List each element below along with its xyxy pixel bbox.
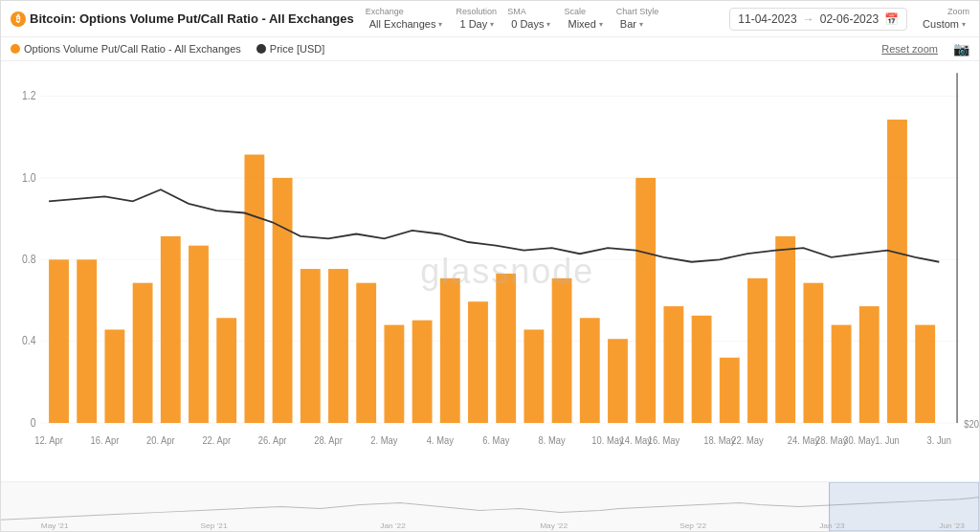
zoom-control: Zoom Custom ▾ (919, 7, 969, 31)
svg-text:16. May: 16. May (648, 434, 680, 446)
svg-text:$20k: $20k (964, 418, 979, 430)
svg-text:1. Jun: 1. Jun (875, 434, 900, 446)
legend-black-dot (256, 44, 266, 54)
svg-text:26. Apr: 26. Apr (258, 434, 287, 446)
svg-text:6. May: 6. May (482, 434, 510, 446)
page-title: ₿ Bitcoin: Options Volume Put/Call Ratio… (11, 11, 354, 27)
svg-rect-33 (663, 306, 683, 423)
btc-icon: ₿ (11, 11, 26, 27)
mini-chart-svg: May '21 Sep '21 Jan '22 May '22 Sep '22 … (1, 482, 979, 531)
resolution-chevron-icon: ▾ (490, 20, 494, 29)
date-range[interactable]: 11-04-2023 → 02-06-2023 📅 (729, 8, 907, 31)
svg-rect-34 (692, 316, 712, 423)
svg-rect-13 (104, 329, 124, 423)
legend-ratio-label: Options Volume Put/Call Ratio - All Exch… (24, 43, 241, 55)
svg-text:3. Jun: 3. Jun (927, 434, 952, 446)
sma-chevron-icon: ▾ (546, 20, 550, 29)
svg-rect-29 (552, 278, 572, 423)
svg-rect-42 (915, 325, 935, 423)
svg-text:Sep '22: Sep '22 (679, 521, 706, 530)
date-separator: → (803, 12, 814, 26)
svg-text:1.2: 1.2 (22, 89, 35, 101)
svg-text:0.4: 0.4 (22, 335, 35, 347)
legend-price-label: Price [USD] (270, 43, 324, 55)
zoom-select[interactable]: Custom ▾ (919, 17, 969, 31)
svg-rect-16 (189, 246, 209, 423)
chart-style-label: Chart Style (616, 7, 659, 16)
calendar-icon: 📅 (884, 12, 899, 26)
chart-svg: 1.2 1.0 0.8 0.4 0 (1, 61, 979, 481)
legend-item-price: Price [USD] (256, 43, 324, 55)
svg-rect-40 (859, 306, 880, 423)
scale-chevron-icon: ▾ (599, 20, 603, 29)
svg-rect-21 (328, 269, 348, 423)
svg-rect-25 (440, 278, 460, 423)
header: ₿ Bitcoin: Options Volume Put/Call Ratio… (1, 1, 979, 37)
reset-zoom-button[interactable]: Reset zoom (881, 43, 938, 55)
exchange-select[interactable]: All Exchanges ▾ (366, 17, 447, 31)
date-start: 11-04-2023 (738, 12, 796, 26)
sma-control: SMA 0 Days ▾ (507, 7, 554, 31)
svg-text:12. Apr: 12. Apr (34, 434, 63, 446)
svg-rect-30 (580, 318, 600, 423)
svg-text:20. Apr: 20. Apr (146, 434, 175, 446)
svg-rect-23 (384, 325, 404, 423)
svg-rect-27 (496, 274, 516, 423)
svg-rect-37 (775, 236, 795, 423)
svg-rect-28 (523, 329, 544, 423)
svg-rect-39 (832, 325, 852, 423)
exchange-chevron-icon: ▾ (438, 20, 442, 29)
svg-text:8. May: 8. May (539, 434, 567, 446)
zoom-label: Zoom (947, 7, 969, 16)
svg-rect-14 (133, 283, 153, 423)
svg-text:May '22: May '22 (540, 521, 568, 530)
svg-text:Jun '23: Jun '23 (939, 521, 965, 530)
svg-rect-24 (412, 321, 433, 423)
zoom-chevron-icon: ▾ (962, 20, 966, 29)
sma-select[interactable]: 0 Days ▾ (507, 17, 554, 31)
date-end: 02-06-2023 (820, 12, 879, 26)
svg-rect-17 (216, 318, 236, 423)
exchange-control: Exchange All Exchanges ▾ (366, 7, 447, 31)
svg-rect-26 (468, 301, 488, 423)
scale-control: Scale Mixed ▾ (564, 7, 606, 31)
svg-rect-31 (608, 339, 628, 423)
svg-text:16. Apr: 16. Apr (91, 434, 120, 446)
legend-orange-dot (11, 44, 20, 54)
svg-text:Sep '21: Sep '21 (201, 521, 228, 530)
svg-rect-32 (635, 178, 656, 423)
svg-text:May '21: May '21 (41, 521, 69, 530)
svg-text:0: 0 (31, 416, 36, 429)
resolution-select[interactable]: 1 Day ▾ (456, 17, 498, 31)
main-chart[interactable]: 1.2 1.0 0.8 0.4 0 (1, 61, 979, 481)
svg-rect-41 (887, 120, 907, 423)
svg-text:28. Apr: 28. Apr (314, 434, 343, 446)
svg-rect-36 (747, 278, 768, 423)
scale-select[interactable]: Mixed ▾ (564, 17, 606, 31)
svg-text:Jan '22: Jan '22 (380, 521, 406, 530)
zoom-value: Custom (923, 18, 959, 30)
sma-label: SMA (507, 7, 554, 16)
svg-text:22. May: 22. May (731, 434, 764, 446)
svg-rect-38 (803, 283, 823, 423)
mini-chart[interactable]: May '21 Sep '21 Jan '22 May '22 Sep '22 … (1, 481, 979, 531)
svg-text:4. May: 4. May (427, 434, 455, 446)
svg-text:2. May: 2. May (370, 434, 398, 446)
legend-bar: Options Volume Put/Call Ratio - All Exch… (1, 37, 979, 61)
svg-rect-15 (161, 236, 181, 423)
scale-label: Scale (564, 7, 606, 16)
svg-rect-20 (301, 269, 321, 423)
exchange-label: Exchange (366, 7, 447, 16)
svg-rect-22 (356, 283, 376, 423)
svg-text:Jan '23: Jan '23 (819, 521, 845, 530)
chart-style-chevron-icon: ▾ (639, 20, 643, 29)
main-container: ₿ Bitcoin: Options Volume Put/Call Ratio… (0, 0, 980, 532)
svg-text:22. Apr: 22. Apr (202, 434, 231, 446)
chart-style-select[interactable]: Bar ▾ (616, 17, 659, 31)
resolution-control: Resolution 1 Day ▾ (456, 7, 498, 31)
svg-text:0.8: 0.8 (22, 253, 35, 265)
svg-rect-11 (49, 259, 69, 423)
camera-icon[interactable]: 📷 (953, 41, 969, 56)
svg-rect-12 (77, 259, 97, 423)
legend-item-ratio: Options Volume Put/Call Ratio - All Exch… (11, 43, 241, 55)
